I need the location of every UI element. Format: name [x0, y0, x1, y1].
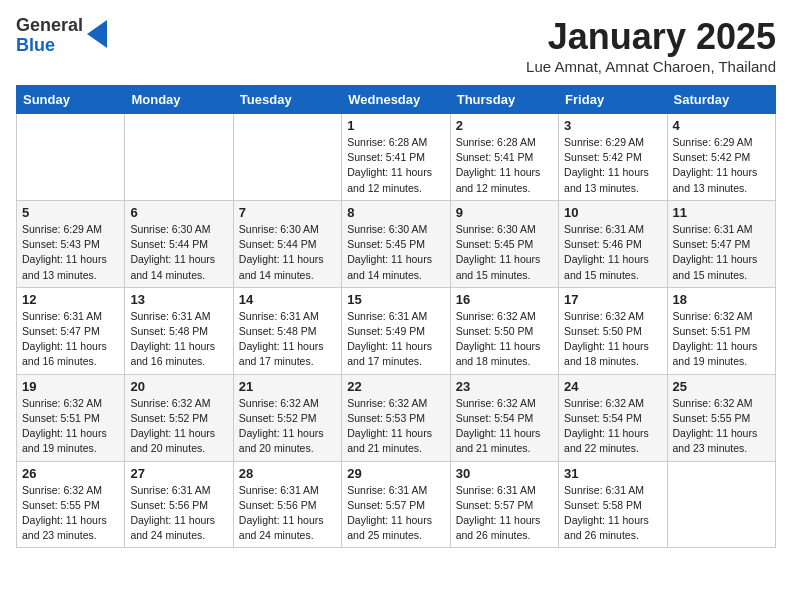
- calendar-cell: [17, 114, 125, 201]
- day-info: Sunrise: 6:32 AM Sunset: 5:54 PM Dayligh…: [564, 396, 661, 457]
- day-info: Sunrise: 6:30 AM Sunset: 5:45 PM Dayligh…: [456, 222, 553, 283]
- calendar-cell: 23Sunrise: 6:32 AM Sunset: 5:54 PM Dayli…: [450, 374, 558, 461]
- calendar-week-1: 1Sunrise: 6:28 AM Sunset: 5:41 PM Daylig…: [17, 114, 776, 201]
- calendar-cell: [125, 114, 233, 201]
- header-saturday: Saturday: [667, 86, 775, 114]
- day-number: 20: [130, 379, 227, 394]
- calendar-cell: 9Sunrise: 6:30 AM Sunset: 5:45 PM Daylig…: [450, 200, 558, 287]
- day-info: Sunrise: 6:31 AM Sunset: 5:56 PM Dayligh…: [239, 483, 336, 544]
- calendar-cell: 16Sunrise: 6:32 AM Sunset: 5:50 PM Dayli…: [450, 287, 558, 374]
- day-number: 17: [564, 292, 661, 307]
- day-info: Sunrise: 6:31 AM Sunset: 5:48 PM Dayligh…: [239, 309, 336, 370]
- day-number: 27: [130, 466, 227, 481]
- calendar-cell: 2Sunrise: 6:28 AM Sunset: 5:41 PM Daylig…: [450, 114, 558, 201]
- calendar-cell: [667, 461, 775, 548]
- calendar-cell: 20Sunrise: 6:32 AM Sunset: 5:52 PM Dayli…: [125, 374, 233, 461]
- day-info: Sunrise: 6:31 AM Sunset: 5:46 PM Dayligh…: [564, 222, 661, 283]
- logo-icon: [87, 20, 107, 48]
- calendar-cell: [233, 114, 341, 201]
- day-info: Sunrise: 6:32 AM Sunset: 5:52 PM Dayligh…: [239, 396, 336, 457]
- month-title: January 2025: [526, 16, 776, 58]
- calendar-cell: 19Sunrise: 6:32 AM Sunset: 5:51 PM Dayli…: [17, 374, 125, 461]
- calendar-cell: 7Sunrise: 6:30 AM Sunset: 5:44 PM Daylig…: [233, 200, 341, 287]
- day-info: Sunrise: 6:31 AM Sunset: 5:47 PM Dayligh…: [22, 309, 119, 370]
- day-info: Sunrise: 6:28 AM Sunset: 5:41 PM Dayligh…: [456, 135, 553, 196]
- day-info: Sunrise: 6:28 AM Sunset: 5:41 PM Dayligh…: [347, 135, 444, 196]
- calendar-cell: 6Sunrise: 6:30 AM Sunset: 5:44 PM Daylig…: [125, 200, 233, 287]
- calendar-cell: 10Sunrise: 6:31 AM Sunset: 5:46 PM Dayli…: [559, 200, 667, 287]
- day-info: Sunrise: 6:31 AM Sunset: 5:48 PM Dayligh…: [130, 309, 227, 370]
- logo-blue-text: Blue: [16, 36, 83, 56]
- title-block: January 2025 Lue Amnat, Amnat Charoen, T…: [526, 16, 776, 75]
- day-number: 19: [22, 379, 119, 394]
- day-info: Sunrise: 6:32 AM Sunset: 5:51 PM Dayligh…: [22, 396, 119, 457]
- calendar-cell: 12Sunrise: 6:31 AM Sunset: 5:47 PM Dayli…: [17, 287, 125, 374]
- calendar-cell: 29Sunrise: 6:31 AM Sunset: 5:57 PM Dayli…: [342, 461, 450, 548]
- calendar-cell: 17Sunrise: 6:32 AM Sunset: 5:50 PM Dayli…: [559, 287, 667, 374]
- logo-text: General Blue: [16, 16, 83, 56]
- day-number: 12: [22, 292, 119, 307]
- day-number: 22: [347, 379, 444, 394]
- day-info: Sunrise: 6:30 AM Sunset: 5:44 PM Dayligh…: [130, 222, 227, 283]
- day-info: Sunrise: 6:31 AM Sunset: 5:57 PM Dayligh…: [347, 483, 444, 544]
- calendar-cell: 25Sunrise: 6:32 AM Sunset: 5:55 PM Dayli…: [667, 374, 775, 461]
- day-info: Sunrise: 6:32 AM Sunset: 5:50 PM Dayligh…: [564, 309, 661, 370]
- location: Lue Amnat, Amnat Charoen, Thailand: [526, 58, 776, 75]
- calendar-week-3: 12Sunrise: 6:31 AM Sunset: 5:47 PM Dayli…: [17, 287, 776, 374]
- header-friday: Friday: [559, 86, 667, 114]
- calendar-cell: 28Sunrise: 6:31 AM Sunset: 5:56 PM Dayli…: [233, 461, 341, 548]
- header-sunday: Sunday: [17, 86, 125, 114]
- calendar-cell: 5Sunrise: 6:29 AM Sunset: 5:43 PM Daylig…: [17, 200, 125, 287]
- day-info: Sunrise: 6:31 AM Sunset: 5:56 PM Dayligh…: [130, 483, 227, 544]
- header-thursday: Thursday: [450, 86, 558, 114]
- header-monday: Monday: [125, 86, 233, 114]
- logo-general-text: General: [16, 16, 83, 36]
- calendar-cell: 11Sunrise: 6:31 AM Sunset: 5:47 PM Dayli…: [667, 200, 775, 287]
- day-info: Sunrise: 6:32 AM Sunset: 5:50 PM Dayligh…: [456, 309, 553, 370]
- day-number: 13: [130, 292, 227, 307]
- calendar-cell: 4Sunrise: 6:29 AM Sunset: 5:42 PM Daylig…: [667, 114, 775, 201]
- day-number: 15: [347, 292, 444, 307]
- day-number: 24: [564, 379, 661, 394]
- day-number: 5: [22, 205, 119, 220]
- day-info: Sunrise: 6:32 AM Sunset: 5:54 PM Dayligh…: [456, 396, 553, 457]
- day-number: 28: [239, 466, 336, 481]
- day-number: 3: [564, 118, 661, 133]
- day-info: Sunrise: 6:31 AM Sunset: 5:58 PM Dayligh…: [564, 483, 661, 544]
- day-info: Sunrise: 6:32 AM Sunset: 5:55 PM Dayligh…: [673, 396, 770, 457]
- day-number: 7: [239, 205, 336, 220]
- day-info: Sunrise: 6:32 AM Sunset: 5:53 PM Dayligh…: [347, 396, 444, 457]
- day-info: Sunrise: 6:32 AM Sunset: 5:55 PM Dayligh…: [22, 483, 119, 544]
- day-number: 25: [673, 379, 770, 394]
- calendar-cell: 22Sunrise: 6:32 AM Sunset: 5:53 PM Dayli…: [342, 374, 450, 461]
- header-tuesday: Tuesday: [233, 86, 341, 114]
- day-info: Sunrise: 6:30 AM Sunset: 5:44 PM Dayligh…: [239, 222, 336, 283]
- svg-marker-0: [87, 20, 107, 48]
- day-info: Sunrise: 6:32 AM Sunset: 5:51 PM Dayligh…: [673, 309, 770, 370]
- day-info: Sunrise: 6:31 AM Sunset: 5:47 PM Dayligh…: [673, 222, 770, 283]
- calendar-cell: 14Sunrise: 6:31 AM Sunset: 5:48 PM Dayli…: [233, 287, 341, 374]
- calendar-cell: 21Sunrise: 6:32 AM Sunset: 5:52 PM Dayli…: [233, 374, 341, 461]
- logo: General Blue: [16, 16, 107, 56]
- day-number: 30: [456, 466, 553, 481]
- day-number: 26: [22, 466, 119, 481]
- page-header: General Blue January 2025 Lue Amnat, Amn…: [16, 16, 776, 75]
- calendar-table: SundayMondayTuesdayWednesdayThursdayFrid…: [16, 85, 776, 548]
- day-info: Sunrise: 6:32 AM Sunset: 5:52 PM Dayligh…: [130, 396, 227, 457]
- calendar-cell: 1Sunrise: 6:28 AM Sunset: 5:41 PM Daylig…: [342, 114, 450, 201]
- calendar-cell: 24Sunrise: 6:32 AM Sunset: 5:54 PM Dayli…: [559, 374, 667, 461]
- calendar-cell: 31Sunrise: 6:31 AM Sunset: 5:58 PM Dayli…: [559, 461, 667, 548]
- calendar-cell: 18Sunrise: 6:32 AM Sunset: 5:51 PM Dayli…: [667, 287, 775, 374]
- day-number: 11: [673, 205, 770, 220]
- day-number: 10: [564, 205, 661, 220]
- calendar-cell: 26Sunrise: 6:32 AM Sunset: 5:55 PM Dayli…: [17, 461, 125, 548]
- day-info: Sunrise: 6:30 AM Sunset: 5:45 PM Dayligh…: [347, 222, 444, 283]
- calendar-header-row: SundayMondayTuesdayWednesdayThursdayFrid…: [17, 86, 776, 114]
- day-number: 16: [456, 292, 553, 307]
- day-number: 14: [239, 292, 336, 307]
- calendar-cell: 27Sunrise: 6:31 AM Sunset: 5:56 PM Dayli…: [125, 461, 233, 548]
- day-number: 6: [130, 205, 227, 220]
- day-number: 18: [673, 292, 770, 307]
- header-wednesday: Wednesday: [342, 86, 450, 114]
- day-number: 23: [456, 379, 553, 394]
